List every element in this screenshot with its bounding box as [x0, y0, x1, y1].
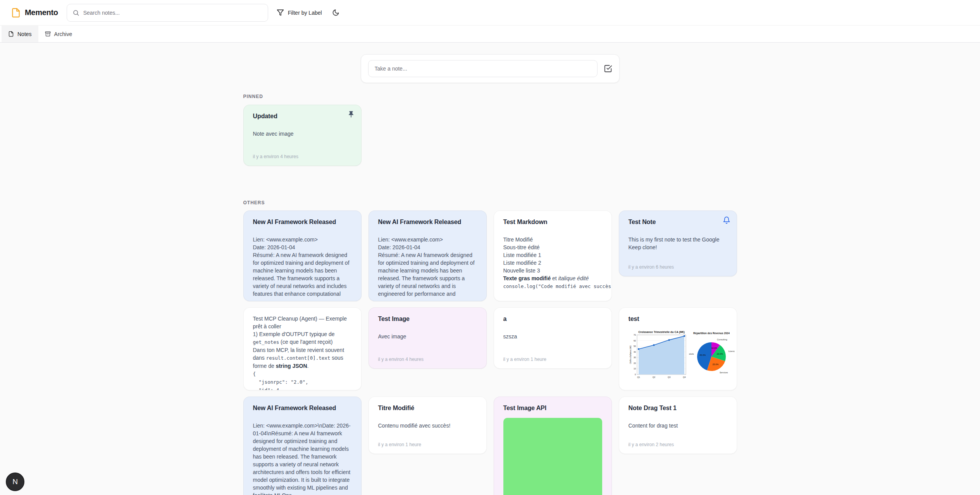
note-text-segment: console.log("Code modifié avec succès") — [503, 283, 612, 289]
take-a-note-input[interactable] — [368, 60, 598, 77]
svg-text:Chiffre d'affaires (M€): Chiffre d'affaires (M€) — [629, 345, 632, 364]
note-timestamp: il y a environ 4 heures — [378, 353, 477, 362]
line-chart-thumbnail: Croissance Trimestrielle du CA (M€)01020… — [629, 329, 687, 384]
note-body: Lien: <www.example.com>\nDate: 2026-01-0… — [253, 422, 352, 495]
note-title: test — [629, 315, 727, 323]
note-card[interactable]: UpdatedNote avec imageil y a environ 4 h… — [243, 105, 362, 166]
svg-text:Consulting: Consulting — [717, 338, 727, 341]
svg-text:40: 40 — [633, 351, 636, 353]
note-text-segment: . — [307, 363, 309, 369]
search-icon — [72, 9, 79, 16]
note-card[interactable]: Test MarkdownTitre ModifiéSous-titre édi… — [494, 210, 612, 301]
note-title: Test Markdown — [503, 218, 602, 226]
note-text-segment: Résumé: A new AI framework designed for … — [253, 252, 351, 297]
note-composer[interactable] — [361, 54, 620, 83]
pin-icon[interactable] — [347, 110, 355, 118]
note-chart-thumbnails: Croissance Trimestrielle du CA (M€)01020… — [629, 329, 734, 384]
note-timestamp: il y a environ 4 heures — [253, 150, 352, 159]
note-title: New AI Framework Released — [253, 218, 352, 226]
note-text-segment: "id": 4,… — [253, 387, 285, 390]
note-text-segment: (ce que l'agent reçoit) — [279, 339, 332, 345]
svg-text:30: 30 — [633, 356, 636, 359]
note-text-segment: result.content[0].text — [266, 355, 331, 361]
svg-text:Q2: Q2 — [652, 376, 655, 378]
svg-text:10: 10 — [633, 367, 636, 370]
note-card[interactable]: Test NoteThis is my first note to test t… — [619, 210, 737, 276]
svg-text:0: 0 — [634, 373, 636, 376]
note-text-segment: Lien: <www.example.com> — [378, 236, 443, 243]
note-body: Note avec image — [253, 130, 352, 138]
tab-notes[interactable]: Notes — [2, 26, 38, 42]
note-text-segment: Liste modifiée 1 — [503, 252, 541, 258]
note-image-green — [503, 418, 602, 495]
app-logo: Memento — [11, 8, 58, 18]
note-card[interactable]: New AI Framework ReleasedLien: <www.exam… — [243, 210, 362, 301]
note-text-segment: Note avec image — [253, 131, 294, 137]
svg-text:20: 20 — [633, 362, 636, 364]
note-text-segment: Résumé: A new AI framework designed for … — [378, 252, 476, 297]
svg-text:70: 70 — [633, 334, 636, 336]
note-title: Titre Modifié — [378, 404, 477, 412]
note-title: a — [503, 315, 602, 323]
note-text-segment: Test MCP Cleanup (Agent) — Exemple prêt … — [253, 316, 348, 329]
note-text-segment: get_notes — [253, 339, 279, 345]
others-section-label: OTHERS — [243, 200, 737, 205]
svg-text:Services: Services — [719, 371, 728, 374]
svg-text:10.0%: 10.0% — [711, 347, 717, 349]
svg-text:Répartition des Revenus 2024: Répartition des Revenus 2024 — [693, 332, 730, 335]
note-card[interactable]: Test Image API — [494, 397, 612, 495]
note-text-segment: Liste modifiée 2 — [503, 260, 541, 266]
note-text-segment: string JSON — [276, 363, 307, 369]
note-body: Avec image — [378, 333, 477, 340]
app-title: Memento — [25, 8, 58, 17]
reminder-bell-icon[interactable] — [723, 216, 730, 224]
note-body: Titre ModifiéSous-titre éditéListe modif… — [503, 236, 602, 290]
note-text-segment: szsza — [503, 333, 517, 340]
note-title: Test Note — [629, 218, 727, 226]
search-box[interactable] — [67, 4, 268, 22]
note-card[interactable]: Test MCP Cleanup (Agent) — Exemple prêt … — [243, 307, 362, 390]
filter-by-label-button[interactable]: Filter by Label — [277, 9, 322, 16]
note-card[interactable]: Note Drag Test 1Content for drag testil … — [619, 397, 737, 454]
user-avatar-button[interactable]: N — [6, 473, 24, 491]
note-card[interactable]: New AI Framework ReleasedLien: <www.exam… — [243, 397, 362, 495]
note-text-segment: "jsonrpc": "2.0", — [253, 379, 308, 385]
search-input[interactable] — [83, 10, 262, 16]
notes-file-icon — [8, 31, 14, 37]
svg-text:Croissance Trimestrielle du CA: Croissance Trimestrielle du CA (M€) — [638, 331, 685, 334]
svg-text:20.0%: 20.0% — [716, 353, 723, 355]
note-card[interactable]: New AI Framework ReleasedLien: <www.exam… — [369, 210, 487, 301]
note-card[interactable]: Test ImageAvec imageil y a environ 4 heu… — [369, 307, 487, 369]
app-header: Memento Filter by Label — [0, 0, 980, 26]
pinned-section-label: PINNED — [243, 94, 737, 99]
note-file-logo-icon — [11, 8, 21, 18]
filter-funnel-icon — [277, 9, 284, 16]
avatar-initial: N — [12, 478, 18, 486]
tab-archive[interactable]: Archive — [38, 26, 79, 42]
filter-by-label-text: Filter by Label — [288, 10, 322, 16]
note-text-segment: Avec image — [378, 333, 406, 340]
svg-text:25.0%: 25.0% — [712, 363, 718, 366]
svg-text:Q1: Q1 — [637, 376, 640, 378]
pinned-notes-grid: UpdatedNote avec imageil y a environ 4 h… — [243, 105, 737, 166]
note-timestamp: il y a environ 1 heure — [503, 353, 602, 362]
svg-text:Q4: Q4 — [683, 376, 685, 378]
new-checklist-button[interactable] — [604, 64, 612, 73]
note-title: Note Drag Test 1 — [629, 404, 727, 412]
svg-text:Q3: Q3 — [667, 376, 670, 378]
tab-notes-label: Notes — [17, 31, 32, 37]
theme-toggle-button[interactable] — [332, 9, 339, 16]
note-text-segment: Lien: <www.example.com> — [253, 236, 318, 243]
pie-chart-thumbnail: Répartition des Revenus 202445.0%Produit… — [689, 329, 735, 384]
tab-archive-label: Archive — [54, 31, 72, 37]
note-text-segment: Contenu modifié avec succès! — [378, 423, 451, 429]
check-square-icon — [604, 64, 612, 73]
note-title: New AI Framework Released — [378, 218, 477, 226]
note-card[interactable]: Titre ModifiéContenu modifié avec succès… — [369, 397, 487, 454]
note-timestamp: il y a environ 2 heures — [629, 438, 727, 447]
note-body: Content for drag test — [629, 422, 727, 429]
moon-icon — [332, 9, 339, 16]
note-card[interactable]: aszszail y a environ 1 heure — [494, 307, 612, 369]
note-text-segment: { — [253, 371, 256, 377]
note-card[interactable]: testCroissance Trimestrielle du CA (M€)0… — [619, 307, 737, 390]
